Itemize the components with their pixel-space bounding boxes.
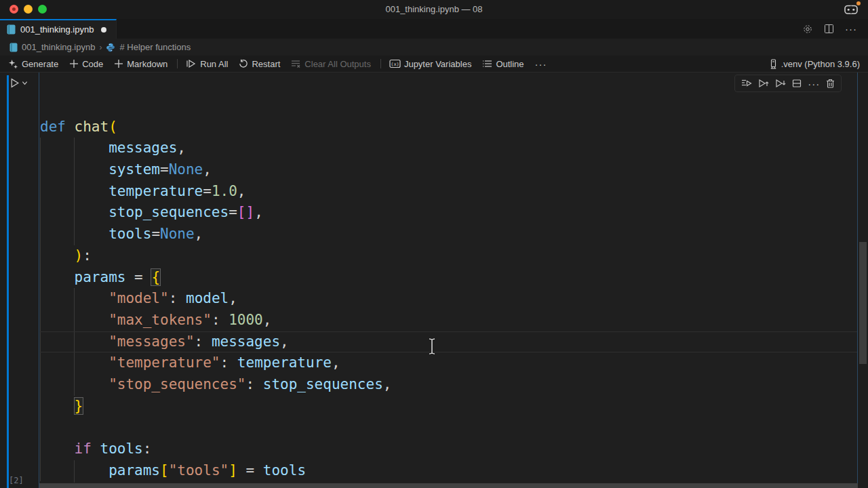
kernel-label: .venv (Python 3.9.6)	[781, 59, 860, 69]
python-icon	[106, 43, 115, 52]
code-line[interactable]: if tools:	[40, 439, 857, 460]
toolbar-more-actions[interactable]: ···	[535, 58, 547, 70]
cell-editor[interactable]: def chat( messages, system=None, tempera…	[39, 73, 858, 488]
run-all-button[interactable]: Run All	[186, 59, 228, 69]
add-markdown-label: Markdown	[127, 59, 167, 69]
clear-outputs-icon	[291, 59, 301, 68]
code-line[interactable]: stop_sequences=[],	[40, 202, 857, 224]
jupyter-variables-label: Jupyter Variables	[404, 59, 471, 69]
generate-button[interactable]: Generate	[8, 59, 58, 69]
run-all-icon	[186, 59, 197, 68]
notebook-body: [2] def chat( messages, system=None, tem…	[0, 73, 868, 488]
cell-focus-bar	[7, 75, 9, 488]
tab-label: 001_thinking.ipynb	[20, 24, 94, 35]
notebook-file-icon	[7, 24, 16, 35]
code-line[interactable]: "stop_sequences": stop_sequences,	[40, 374, 857, 396]
execution-count: [2]	[9, 476, 24, 485]
run-cell-button[interactable]	[9, 77, 28, 89]
horizontal-scrollbar-thumb[interactable]	[39, 483, 858, 488]
code-line[interactable]: tools=None,	[40, 224, 857, 245]
code-line[interactable]: params["tools"] = tools	[40, 460, 857, 482]
outline-list-icon	[482, 59, 492, 68]
code-line[interactable]: "max_tokens": 1000,	[40, 310, 857, 331]
code-line[interactable]: "model": model,	[40, 288, 857, 310]
code-line[interactable]: messages,	[40, 138, 857, 159]
breadcrumb: 001_thinking.ipynb › # Helper functions	[0, 39, 868, 56]
copilot-icon[interactable]	[844, 3, 859, 16]
run-all-label: Run All	[200, 59, 228, 69]
code-line[interactable]: ):	[40, 245, 857, 267]
vscode-window: 001_thinking.ipynb — 08 001_thinking.ipy…	[0, 0, 868, 488]
tab-001-thinking[interactable]: 001_thinking.ipynb	[0, 19, 117, 39]
notebook-toolbar: Generate Code Markdown Run All	[0, 56, 868, 73]
cell-more-actions-icon[interactable]: ···	[808, 78, 820, 89]
window-title: 001_thinking.ipynb — 08	[0, 0, 868, 19]
titlebar: 001_thinking.ipynb — 08	[0, 0, 868, 19]
code-line[interactable]: def chat(	[40, 117, 857, 138]
toolbar-separator	[177, 59, 178, 68]
code-line[interactable]: system=None,	[40, 159, 857, 181]
breadcrumb-section[interactable]: # Helper functions	[119, 42, 191, 52]
add-markdown-cell-button[interactable]: Markdown	[114, 59, 167, 69]
kernel-icon	[769, 59, 778, 69]
add-code-label: Code	[82, 59, 103, 69]
code-line[interactable]: params = {	[40, 267, 857, 289]
settings-gear-icon[interactable]	[802, 24, 813, 35]
code-lines: def chat( messages, system=None, tempera…	[40, 95, 857, 483]
notebook-file-icon	[9, 43, 18, 52]
cell-toolbar: ···	[734, 75, 842, 92]
run-cells-icon[interactable]	[741, 79, 752, 88]
delete-cell-icon[interactable]	[826, 79, 835, 88]
split-editor-icon[interactable]	[824, 24, 834, 34]
breadcrumb-file[interactable]: 001_thinking.ipynb	[22, 42, 95, 52]
notification-dot	[856, 1, 861, 5]
clear-all-outputs-button[interactable]: Clear All Outputs	[291, 59, 371, 69]
toolbar-separator	[380, 59, 381, 68]
code-line[interactable]	[40, 95, 857, 117]
svg-text:(x): (x)	[391, 62, 399, 67]
run-below-icon[interactable]	[775, 79, 786, 88]
more-icon: ···	[535, 58, 547, 70]
run-above-icon[interactable]	[758, 79, 769, 88]
play-icon	[9, 77, 20, 89]
code-line[interactable]	[40, 417, 857, 439]
code-line[interactable]: "temperature": temperature,	[40, 352, 857, 374]
modified-dot[interactable]	[101, 27, 106, 33]
restart-label: Restart	[252, 59, 280, 69]
chevron-down-icon	[22, 80, 28, 86]
tab-bar: 001_thinking.ipynb ···	[0, 19, 868, 39]
restart-icon	[239, 59, 248, 68]
code-line[interactable]: temperature=1.0,	[40, 181, 857, 203]
vertical-scrollbar-thumb[interactable]	[859, 242, 867, 364]
code-line[interactable]: "messages": messages,	[40, 331, 857, 353]
add-code-cell-button[interactable]: Code	[69, 59, 103, 69]
plus-icon	[69, 59, 79, 68]
clear-outputs-label: Clear All Outputs	[304, 59, 371, 69]
chevron-right-icon: ›	[99, 43, 102, 52]
code-line[interactable]: }	[40, 396, 857, 418]
jupyter-variables-button[interactable]: (x) Jupyter Variables	[389, 59, 471, 69]
editor-more-actions-icon[interactable]: ···	[845, 23, 857, 35]
split-cell-icon[interactable]	[792, 79, 802, 88]
kernel-picker[interactable]: .venv (Python 3.9.6)	[769, 59, 860, 69]
generate-label: Generate	[22, 59, 58, 69]
plus-icon	[114, 59, 123, 68]
variables-icon: (x)	[389, 59, 401, 68]
outline-button[interactable]: Outline	[482, 59, 524, 69]
restart-button[interactable]: Restart	[239, 59, 280, 69]
sparkle-icon	[8, 59, 18, 69]
outline-label: Outline	[496, 59, 524, 69]
